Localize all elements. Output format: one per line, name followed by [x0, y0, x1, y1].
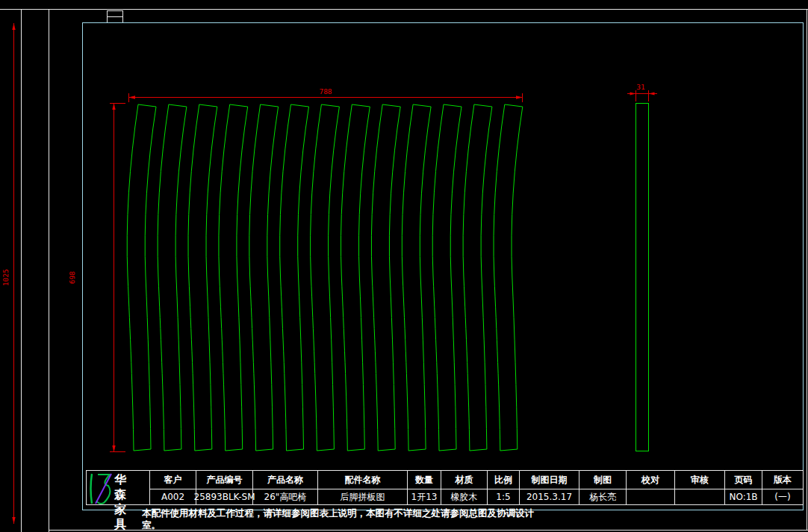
- slat-outline: [494, 104, 523, 451]
- slat-outline: [371, 104, 400, 451]
- th-page: 页码: [724, 471, 762, 489]
- td-review: [674, 489, 724, 505]
- th-drafter: 制图: [579, 471, 626, 489]
- th-review: 审核: [674, 471, 724, 489]
- th-proofread: 校对: [626, 471, 674, 489]
- footer-note-line2: 室。: [142, 519, 161, 532]
- dim-side-thickness: 31: [636, 83, 645, 91]
- td-quantity: 1开13: [407, 489, 441, 505]
- slat-outline: [341, 104, 370, 451]
- th-product-name: 产品名称: [252, 471, 317, 489]
- td-product-name: 26"高吧椅: [252, 489, 317, 505]
- th-product-no: 产品编号: [196, 471, 252, 489]
- td-scale: 1:5: [487, 489, 519, 505]
- td-drafter: 杨长亮: [579, 489, 626, 505]
- slat-outline: [127, 104, 156, 451]
- td-page: NO:1B: [724, 489, 762, 505]
- slat-panel-front-view: [127, 104, 523, 451]
- logo-char: 具: [114, 517, 127, 532]
- dim-panel-height: 698: [68, 271, 76, 284]
- dimension-arrows: [12, 23, 654, 524]
- cad-viewport[interactable]: 788 698 31 1025 华 森 家 具 客户 产品编号 产品名称 配件名…: [0, 0, 808, 532]
- slat-outline: [280, 104, 309, 451]
- slat-outline: [311, 104, 340, 451]
- slat-outline: [463, 104, 492, 451]
- plot-marker-icon: [108, 11, 123, 23]
- footer-note-line1: 本配件使用材料及工作过程，请详细参阅图表上说明，本图有不详细之处请参阅总图及协调…: [142, 507, 534, 520]
- slat-outline: [249, 104, 279, 451]
- dimension-texts: 788 698 31 1025: [1, 83, 645, 286]
- slat-outline: [219, 104, 248, 451]
- slat-panel-side-view: [636, 104, 649, 451]
- sheet-borders: [0, 9, 808, 532]
- th-material: 材质: [441, 471, 487, 489]
- title-block-header-row: 华 森 家 具 客户 产品编号 产品名称 配件名称 数量 材质 比例 制图日期 …: [86, 470, 804, 489]
- td-part-name: 后脚拼板图: [317, 489, 407, 505]
- title-block-value-row: A002 25893BLK-SM 26"高吧椅 后脚拼板图 1开13 橡胶木 1…: [86, 489, 804, 505]
- slat-outline: [188, 104, 217, 451]
- dimension-lines: [14, 23, 658, 524]
- th-quantity: 数量: [407, 471, 441, 489]
- td-proofread: [626, 489, 674, 505]
- td-customer: A002: [149, 489, 196, 505]
- td-version: (一): [762, 489, 804, 505]
- slat-outline: [432, 104, 462, 451]
- dim-panel-width: 788: [319, 87, 332, 96]
- th-part-name: 配件名称: [317, 471, 407, 489]
- logo-char: 华: [114, 472, 127, 487]
- th-date: 制图日期: [519, 471, 579, 489]
- td-material: 橡胶木: [441, 489, 487, 505]
- slat-outline: [158, 104, 187, 451]
- th-customer: 客户: [149, 471, 196, 489]
- drawing-canvas[interactable]: 788 698 31 1025: [0, 0, 808, 532]
- th-scale: 比例: [487, 471, 519, 489]
- slat-outline: [402, 104, 431, 451]
- drawing-frame: [83, 23, 804, 510]
- company-logo-cell: 华 森 家 具: [86, 471, 149, 489]
- logo-cell-bottom-spacer: [86, 489, 149, 505]
- dim-sheet-height: 1025: [1, 269, 10, 287]
- td-product-no: 25893BLK-SM: [196, 489, 252, 505]
- th-version: 版本: [762, 471, 804, 489]
- td-date: 2015.3.17: [519, 489, 579, 505]
